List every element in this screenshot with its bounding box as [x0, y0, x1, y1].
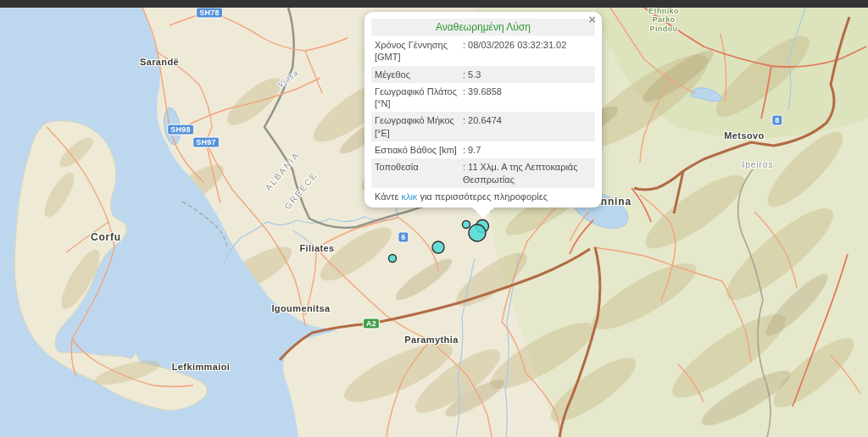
label-sarande: Sarandë [140, 57, 179, 67]
popup-title: Αναθεωρημένη Λύση [371, 19, 595, 36]
road-badge-sh98: SH98 [167, 124, 194, 136]
row-label: Γεωγραφικό Μήκος [°E] [375, 114, 463, 139]
footer-suffix: για περισσότερες πληροφορίες [417, 191, 548, 202]
row-label: Χρόνος Γέννησης [GMT] [375, 39, 463, 64]
row-location: Τοποθεσία : 11 Χλμ. Α της Λεπτοκαριάς Θε… [371, 158, 595, 188]
popup-footer: Κάντε κλικ για περισσότερες πληροφορίες [371, 188, 595, 203]
close-icon[interactable]: × [588, 13, 596, 26]
event-circle[interactable] [463, 221, 470, 229]
label-metsovo: Metsovo [724, 130, 764, 141]
islet [89, 373, 93, 377]
label-igoumenitsa: Igoumenitsa [271, 303, 330, 313]
map-viewport[interactable]: Sarandë Corfu Filiates Igoumenitsa Lefki… [0, 0, 868, 437]
label-ethniko-parko-pindou: Ethniko Parko Pindou [641, 7, 687, 33]
row-origin-time: Χρόνος Γέννησης [GMT] : 08/03/2026 03:32… [371, 36, 595, 66]
row-value: : 9.7 [463, 144, 592, 156]
row-label: Γεωγραφικό Πλάτος [°N] [375, 86, 463, 110]
window-top-edge [0, 0, 868, 8]
row-longitude: Γεωγραφικό Μήκος [°E] : 20.6474 [371, 112, 595, 141]
row-value: : 20.6474 [463, 114, 592, 139]
label-lefkimmaioi: Lefkimmaioi [172, 362, 231, 372]
more-info-link[interactable]: κλικ [401, 191, 417, 202]
label-paramythia: Paramythia [404, 335, 458, 345]
row-value: : 39.6858 [463, 86, 592, 110]
row-value: : 5.3 [463, 69, 592, 80]
road-badge-8: 8 [771, 115, 782, 126]
label-corfu: Corfu [91, 231, 121, 243]
row-label: Εστιακό Βάθος [km] [375, 144, 463, 156]
road-badge-sh78: SH78 [196, 8, 223, 19]
event-circle[interactable] [469, 224, 486, 241]
event-circle[interactable] [432, 241, 444, 253]
row-label: Τοποθεσία [375, 161, 463, 185]
row-value: : 11 Χλμ. Α της Λεπτοκαριάς Θεσπρωτίας [463, 161, 592, 185]
row-value: : 08/03/2026 03:32:31.02 [463, 39, 592, 64]
road-badge-a2: A2 [363, 318, 380, 329]
row-focal-depth: Εστιακό Βάθος [km] : 9.7 [371, 141, 595, 158]
row-latitude: Γεωγραφικό Πλάτος [°N] : 39.6858 [371, 83, 595, 113]
label-ipeiros: Ipeiros [742, 160, 773, 169]
event-circle[interactable] [389, 255, 397, 263]
label-filiates: Filiates [299, 243, 334, 253]
earthquake-info-popup: × Αναθεωρημένη Λύση Χρόνος Γέννησης [GMT… [364, 12, 602, 207]
road-badge-sh97: SH97 [192, 137, 220, 148]
road-badge-6: 6 [398, 232, 409, 243]
row-magnitude: Μέγεθος : 5.3 [371, 66, 595, 83]
row-label: Μέγεθος [375, 69, 463, 80]
footer-prefix: Κάντε [375, 191, 401, 202]
